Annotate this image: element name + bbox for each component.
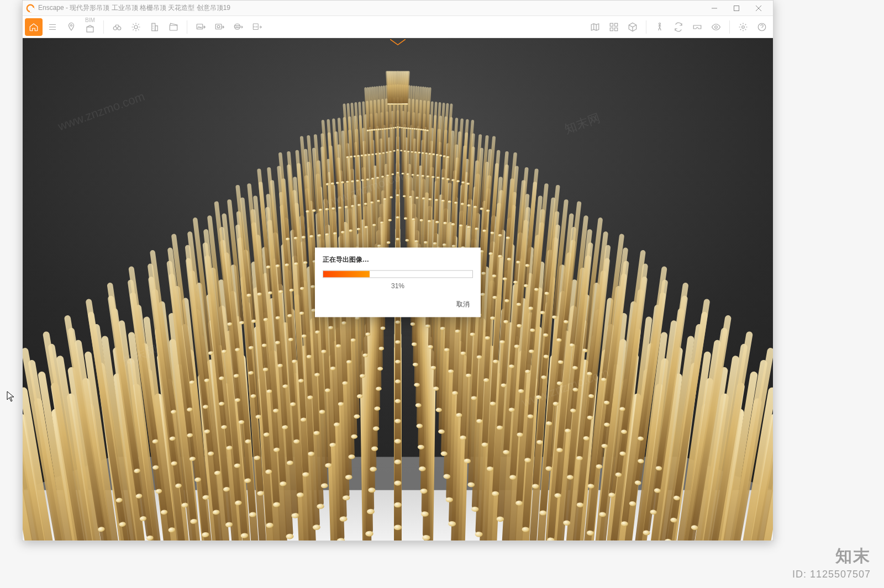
svg-point-957 [387, 241, 391, 244]
svg-point-5 [113, 27, 117, 30]
svg-point-379 [394, 439, 401, 443]
toolbar-separator [729, 20, 730, 34]
svg-point-263 [394, 480, 401, 485]
window-title: Enscape - 现代异形吊顶 工业吊顶 格栅吊顶 天花造型 创意吊顶19 [38, 3, 230, 13]
svg-point-23 [659, 23, 661, 24]
main-toolbar: BIM 360 EXE [23, 16, 773, 38]
host-bottom-gutter [0, 541, 884, 588]
export-exe-icon[interactable]: EXE [248, 18, 266, 36]
svg-rect-1 [30, 8, 34, 12]
svg-point-1135 [402, 173, 404, 174]
watermark-bottom-right: 知末 ID: 1125507507 [792, 545, 871, 580]
map-icon[interactable] [586, 18, 604, 36]
binoculars-icon[interactable] [108, 18, 126, 36]
svg-point-961 [406, 239, 409, 242]
host-left-strip [0, 0, 22, 588]
mouse-cursor-icon [7, 391, 14, 404]
menu-icon[interactable] [44, 18, 61, 36]
svg-point-495 [395, 399, 401, 404]
svg-rect-19 [610, 23, 613, 26]
help-icon[interactable] [753, 18, 771, 36]
minimize-button[interactable] [703, 1, 725, 16]
svg-point-1191 [397, 149, 399, 151]
svg-point-7 [134, 25, 138, 29]
svg-point-1017 [396, 216, 399, 219]
svg-rect-8 [152, 23, 155, 31]
svg-point-669 [395, 340, 400, 343]
svg-rect-20 [615, 23, 618, 26]
svg-point-1131 [391, 173, 394, 175]
svg-point-1073 [390, 197, 393, 199]
close-button[interactable] [748, 1, 770, 16]
svg-rect-9 [155, 25, 158, 30]
maximize-button[interactable] [725, 1, 748, 16]
svg-point-1249 [397, 126, 399, 128]
toolbar-separator [646, 20, 646, 34]
svg-rect-22 [615, 28, 618, 30]
export-progress-dialog: 正在导出图像… 31% 取消 [315, 247, 481, 317]
progress-fill [323, 271, 370, 277]
svg-point-3 [71, 24, 72, 26]
building-icon[interactable] [146, 18, 164, 36]
svg-point-24 [715, 25, 718, 28]
svg-point-1075 [396, 194, 399, 197]
cancel-button[interactable]: 取消 [453, 298, 473, 311]
sun-icon[interactable] [127, 18, 145, 36]
bim-icon[interactable]: BIM [81, 18, 99, 36]
dialog-title: 正在导出图像… [323, 255, 473, 264]
progress-percent: 31% [323, 282, 473, 290]
svg-text:EXE: EXE [254, 25, 258, 28]
svg-point-207 [394, 502, 402, 508]
toolbar-separator [187, 20, 187, 34]
vr-icon[interactable] [688, 18, 706, 36]
svg-point-1193 [400, 150, 402, 151]
app-logo-icon [26, 4, 35, 13]
titlebar: Enscape - 现代异形吊顶 工业吊顶 格栅吊顶 天花造型 创意吊顶19 [23, 1, 773, 16]
walk-icon[interactable] [651, 18, 669, 36]
svg-rect-11 [197, 24, 203, 29]
svg-point-6 [118, 27, 121, 30]
visibility-icon[interactable] [707, 18, 725, 36]
app-window: Enscape - 现代异形吊顶 工业吊顶 格栅吊顶 天花造型 创意吊顶19 B… [22, 0, 774, 541]
svg-rect-12 [215, 24, 222, 29]
toolbar-separator [103, 20, 104, 34]
svg-point-553 [395, 379, 401, 383]
svg-point-727 [396, 321, 401, 324]
progress-bar [323, 270, 473, 278]
asset-library-icon[interactable] [605, 18, 623, 36]
export-360-icon[interactable]: 360 [229, 18, 247, 36]
svg-point-1251 [399, 126, 401, 128]
svg-text:360: 360 [235, 25, 239, 28]
watermark-brand: 知末 [792, 545, 871, 568]
svg-point-13 [217, 25, 220, 28]
svg-point-1077 [403, 195, 406, 197]
svg-point-611 [395, 360, 401, 364]
svg-point-153 [394, 525, 402, 530]
svg-point-25 [742, 25, 745, 28]
render-viewport[interactable]: www.znzmo.com www.znzmo.com 知末网 知末网 www.… [23, 38, 773, 541]
settings-icon[interactable] [734, 18, 752, 36]
svg-point-437 [394, 419, 401, 423]
cube-icon[interactable] [624, 18, 641, 36]
svg-point-1247 [394, 127, 397, 129]
svg-rect-21 [610, 28, 613, 30]
svg-point-321 [394, 459, 402, 464]
svg-rect-10 [170, 25, 177, 30]
svg-rect-2 [734, 6, 739, 10]
svg-point-1133 [397, 172, 399, 173]
export-image-icon[interactable] [192, 18, 209, 36]
svg-point-959 [396, 238, 400, 241]
watermark-id: ID: 1125507507 [792, 569, 871, 580]
sync-icon[interactable] [670, 18, 687, 36]
svg-point-1189 [393, 150, 395, 152]
svg-rect-4 [87, 27, 93, 32]
clapper-icon[interactable] [165, 18, 182, 36]
home-icon[interactable] [25, 18, 43, 36]
export-pano-icon[interactable] [211, 18, 228, 36]
pin-icon[interactable] [62, 18, 80, 36]
host-right-gutter [774, 0, 884, 588]
panel-pull-tab-icon[interactable] [390, 38, 406, 48]
